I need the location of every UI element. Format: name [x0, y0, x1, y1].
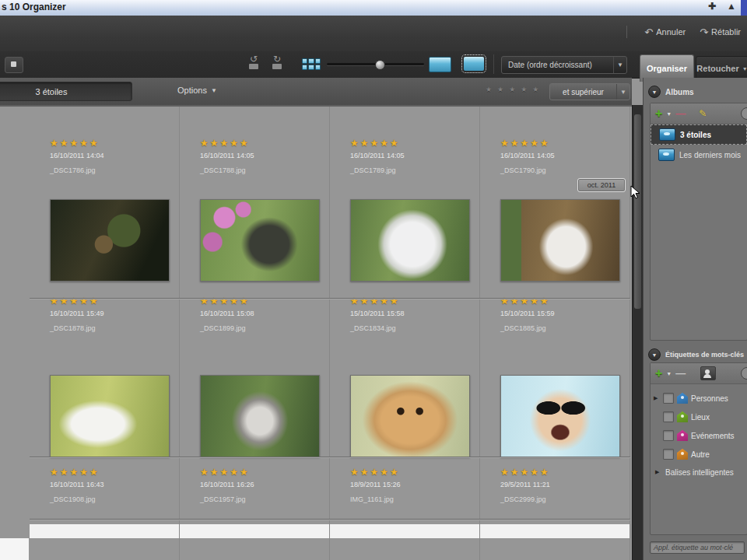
- photo-filename: _DSC1899.jpg: [200, 324, 321, 332]
- photo-thumbnail-grey-cat-in-plants[interactable]: [200, 375, 320, 457]
- corner-decoration: [741, 0, 747, 16]
- tag-icon: [677, 430, 688, 441]
- photo-filename: _DSC1957.jpg: [200, 495, 321, 503]
- keyword-tag-row[interactable]: Evénements: [651, 426, 747, 445]
- rating-stars[interactable]: ★★★★★: [200, 467, 321, 478]
- rotate-right-icon: ↻: [267, 55, 287, 63]
- apply-keyword-tag-input[interactable]: Appl. étiquette au mot-clé: [650, 541, 745, 554]
- photo-filename: IMG_1161.jpg: [350, 495, 471, 503]
- rating-stars[interactable]: ★★★★★: [350, 138, 471, 149]
- keyword-tag-row[interactable]: ▶Personnes: [651, 389, 747, 408]
- keyword-tag-row[interactable]: Autre: [651, 445, 747, 464]
- album-item[interactable]: 3 étoiles: [651, 124, 747, 145]
- photo-thumbnail-white-cat-in-wooden-box[interactable]: [500, 199, 620, 282]
- photo-date: 16/10/2011 14:04: [50, 152, 170, 159]
- tag-checkbox[interactable]: [663, 449, 674, 460]
- tag-label: Personnes: [691, 394, 728, 403]
- tag-checkbox[interactable]: [663, 411, 674, 422]
- slider-knob[interactable]: [375, 60, 385, 70]
- keyword-tags-panel-header[interactable]: ▼ Étiquettes de mots-clés: [648, 348, 744, 361]
- small-thumbnails-icon[interactable]: [302, 58, 321, 70]
- view-toolbar: ↺ ↻ Date (ordre décroissant) ▼: [0, 51, 747, 79]
- panel-options-icon[interactable]: [741, 367, 747, 380]
- rating-filter-dropdown[interactable]: et supérieur ▼: [549, 83, 630, 100]
- photo-date: 16/10/2011 15:49: [50, 310, 170, 317]
- chevron-down-icon: ▼: [666, 371, 672, 376]
- add-album-button[interactable]: +: [655, 108, 662, 119]
- full-screen-view-icon[interactable]: [464, 57, 484, 71]
- panel-options-icon[interactable]: [741, 107, 747, 120]
- edit-album-button[interactable]: ✎: [699, 108, 707, 119]
- photo-caption: ★★★★★16/10/2011 14:05_DSC1789.jpg: [350, 138, 471, 174]
- chevron-down-icon: ▼: [616, 84, 630, 100]
- rating-stars[interactable]: ★★★★★: [500, 467, 621, 478]
- photo-filename: _DSC1878.jpg: [50, 324, 170, 332]
- tags-toolbar: + ▼ —: [651, 363, 747, 384]
- photo-filename: _DSC1786.jpg: [50, 166, 170, 174]
- photo-thumbnail-orange-kitten-closeup[interactable]: [350, 375, 470, 457]
- rating-stars[interactable]: ★★★★★: [50, 467, 170, 478]
- rating-filter-stars[interactable]: ★★★★★: [486, 86, 544, 93]
- display-button[interactable]: [5, 57, 23, 73]
- expand-icon[interactable]: ▶: [655, 469, 661, 475]
- rating-stars[interactable]: ★★★★★: [50, 138, 170, 149]
- photo-thumbnail-boy-with-goggles[interactable]: [500, 375, 620, 457]
- vertical-scrollbar[interactable]: [632, 105, 644, 560]
- collapse-icon[interactable]: ▼: [648, 348, 661, 361]
- photo-thumbnail-white-cat-on-grass[interactable]: [50, 375, 170, 457]
- current-album-button[interactable]: 3 étoiles: [0, 82, 132, 101]
- collapse-icon[interactable]: ▼: [648, 86, 661, 98]
- albums-toolbar: + ▼ — ✎: [651, 103, 747, 124]
- photo-caption: ★★★★★16/10/2011 14:04_DSC1786.jpg: [50, 138, 170, 174]
- scrollbar-thumb[interactable]: [634, 114, 641, 309]
- remove-album-button[interactable]: —: [675, 110, 686, 117]
- tag-icon: [677, 449, 688, 460]
- photo-date: 16/10/2011 14:05: [350, 152, 471, 159]
- photo-caption: ★★★★★16/10/2011 15:08_DSC1899.jpg: [200, 296, 321, 332]
- mouse-cursor: [630, 185, 641, 201]
- tag-checkbox[interactable]: [663, 393, 674, 404]
- rating-stars[interactable]: ★★★★★: [200, 138, 321, 149]
- photo-date: 16/10/2011 14:05: [200, 152, 321, 159]
- title-bar[interactable]: s 10 Organizer ✚ ▲: [0, 0, 747, 16]
- photo-date: 15/10/2011 15:58: [350, 310, 471, 317]
- album-label: Les derniers mois: [679, 151, 741, 159]
- keyword-tag-row[interactable]: Lieux: [651, 408, 747, 426]
- people-recognition-button[interactable]: [700, 366, 716, 380]
- rotate-right-button[interactable]: ↻: [267, 55, 287, 72]
- photo-filename: _DSC1885.jpg: [500, 324, 621, 332]
- remove-tag-button[interactable]: —: [675, 369, 686, 377]
- add-tag-button[interactable]: +: [655, 368, 662, 379]
- photo-date: 18/9/2011 15:26: [350, 481, 471, 488]
- undo-button[interactable]: ↶ Annuler: [644, 26, 686, 38]
- photo-thumbnail-dog-in-dark-forest[interactable]: [50, 199, 170, 282]
- photo-date: 16/10/2011 16:43: [50, 481, 170, 488]
- tag-checkbox[interactable]: [663, 430, 674, 441]
- single-photo-view-icon[interactable]: [429, 57, 451, 72]
- thumbnail-size-slider[interactable]: [327, 63, 424, 65]
- smart-tags-row[interactable]: ▶ Balises intelligentes: [651, 464, 747, 481]
- window-title: s 10 Organizer: [2, 2, 66, 12]
- sort-order-dropdown[interactable]: Date (ordre décroissant) ▼: [501, 56, 627, 74]
- display-icon: [11, 61, 16, 67]
- photo-caption: ★★★★★16/10/2011 16:26_DSC1957.jpg: [200, 467, 321, 503]
- expand-icon[interactable]: ▶: [654, 395, 660, 401]
- rating-stars[interactable]: ★★★★★: [350, 467, 471, 478]
- tag-label: Autre: [691, 450, 710, 459]
- next-row-thumbnails: [30, 524, 630, 538]
- album-icon: [658, 149, 675, 161]
- rotate-left-button[interactable]: ↺: [244, 55, 264, 72]
- photo-thumbnail-white-cat-green-background[interactable]: [350, 199, 470, 282]
- album-item[interactable]: Les derniers mois: [651, 145, 747, 165]
- album-icon: [659, 128, 675, 141]
- photo-caption: ★★★★★15/10/2011 15:59_DSC1885.jpg: [500, 296, 621, 332]
- photo-thumbnail-dog-with-pink-flowers[interactable]: [200, 199, 320, 282]
- move-icon[interactable]: ✚: [708, 1, 716, 12]
- redo-button[interactable]: ↷ Rétablir: [700, 26, 741, 38]
- rating-stars[interactable]: ★★★★★: [500, 138, 621, 149]
- albums-panel-header[interactable]: ▼ Albums: [648, 86, 694, 98]
- options-menu[interactable]: Options ▼: [177, 86, 217, 95]
- eject-icon[interactable]: ▲: [727, 1, 736, 12]
- photo-caption: ★★★★★16/10/2011 14:05_DSC1788.jpg: [200, 138, 321, 174]
- chevron-down-icon: ▼: [742, 66, 747, 72]
